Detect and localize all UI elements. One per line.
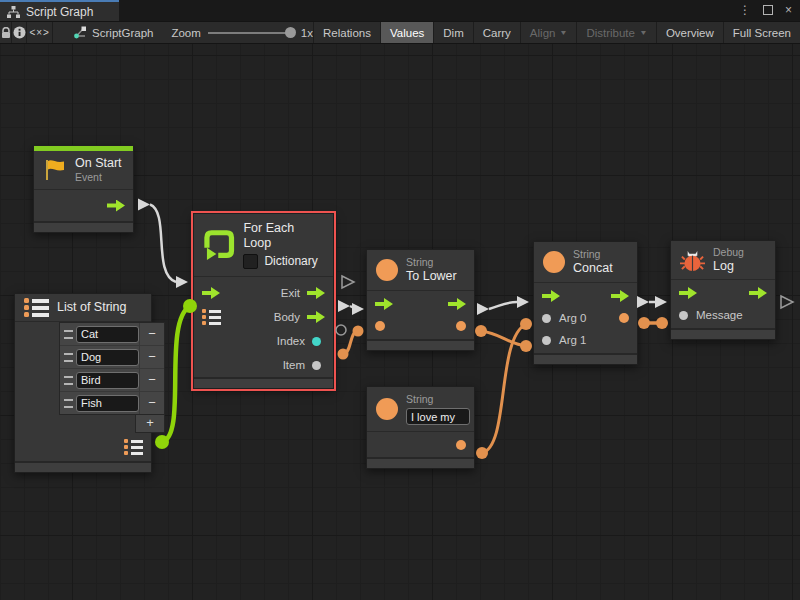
arg1-in-port[interactable]	[542, 336, 551, 345]
node-debug-log[interactable]: Debug Log Message	[670, 240, 776, 340]
port-label-body: Body	[274, 311, 300, 323]
wire-body-to-tolower[interactable]	[338, 300, 364, 315]
dropdown-arrow-icon: ▼	[639, 29, 647, 36]
code-view-button[interactable]: <×>	[27, 22, 53, 43]
window-menu-icon[interactable]: ⋮	[739, 2, 751, 18]
log-flow-out-unconnected-port[interactable]	[781, 296, 793, 308]
dictionary-checkbox[interactable]	[243, 254, 258, 269]
remove-item-button[interactable]: −	[139, 369, 164, 391]
graph-asset-breadcrumb[interactable]: ScriptGraph	[73, 22, 153, 43]
port-label-exit: Exit	[281, 287, 300, 299]
node-to-lower[interactable]: String To Lower	[366, 249, 475, 351]
node-on-start[interactable]: On Start Event	[33, 145, 134, 233]
drag-handle-icon[interactable]	[60, 353, 76, 362]
lock-icon	[1, 27, 11, 39]
info-icon	[13, 26, 26, 39]
graph-hierarchy-icon	[7, 6, 20, 18]
string-type-icon	[543, 251, 565, 273]
list-item-input[interactable]	[76, 395, 139, 412]
overview-button[interactable]: Overview	[656, 22, 723, 43]
node-footer	[194, 377, 333, 388]
loop-icon	[203, 228, 235, 262]
flow-out-port[interactable]	[107, 200, 125, 212]
inspect-button[interactable]	[12, 22, 27, 43]
index-out-port[interactable]	[312, 337, 321, 346]
remove-item-button[interactable]: −	[139, 323, 164, 345]
result-out-port[interactable]	[456, 321, 466, 331]
drag-handle-icon[interactable]	[60, 376, 76, 385]
remove-item-button[interactable]: −	[139, 346, 164, 368]
node-string-literal[interactable]: String	[366, 386, 475, 469]
collection-in-port[interactable]	[202, 309, 221, 325]
maximize-icon[interactable]	[763, 5, 773, 15]
flow-in-port[interactable]	[679, 287, 697, 299]
lock-button[interactable]	[0, 22, 12, 43]
zoom-slider[interactable]	[208, 32, 294, 34]
add-item-button[interactable]: +	[135, 415, 165, 433]
index-unconnected-port[interactable]	[336, 325, 346, 335]
string-value-input[interactable]	[406, 408, 470, 425]
align-button[interactable]: Align ▼	[520, 22, 577, 43]
list-item-input[interactable]	[76, 372, 139, 389]
relations-button[interactable]: Relations	[313, 22, 380, 43]
remove-item-button[interactable]: −	[139, 392, 164, 414]
value-out-port[interactable]	[456, 440, 466, 450]
result-out-port[interactable]	[619, 313, 629, 323]
distribute-button[interactable]: Distribute ▼	[576, 22, 656, 43]
node-concat[interactable]: String Concat Arg 0 Arg 1	[533, 241, 638, 365]
flow-out-port[interactable]	[611, 290, 629, 302]
node-footer	[15, 461, 151, 472]
exit-unconnected-port[interactable]	[342, 276, 354, 288]
node-list-of-string[interactable]: List of String − − − −	[14, 293, 152, 473]
list-output-port[interactable]	[124, 439, 143, 455]
dim-button[interactable]: Dim	[433, 22, 472, 43]
close-icon[interactable]: ×	[785, 2, 792, 18]
port-label-message: Message	[696, 309, 743, 321]
carry-label: Carry	[483, 27, 511, 39]
string-in-port[interactable]	[375, 321, 385, 331]
node-title: List of String	[57, 300, 126, 315]
list-item-row: −	[60, 369, 164, 392]
list-icon	[24, 298, 49, 317]
flow-out-port[interactable]	[448, 298, 466, 310]
script-graph-asset-icon	[73, 26, 87, 39]
flow-out-port[interactable]	[749, 287, 767, 299]
unity-script-graph-window: { "window": { "tab_title": "Script Graph…	[0, 0, 800, 600]
list-item-input[interactable]	[76, 326, 139, 343]
flow-in-port[interactable]	[202, 287, 220, 299]
list-editor: − − − −	[59, 322, 165, 415]
drag-handle-icon[interactable]	[60, 399, 76, 408]
flow-in-port[interactable]	[375, 298, 393, 310]
string-type-icon	[376, 259, 398, 281]
drag-handle-icon[interactable]	[60, 330, 76, 339]
item-out-port[interactable]	[312, 361, 321, 370]
body-flow-out-port[interactable]	[307, 311, 325, 323]
tab-script-graph[interactable]: Script Graph	[0, 0, 119, 21]
node-title: For Each Loop	[243, 221, 324, 251]
wire-item-to-tolower[interactable]	[338, 326, 364, 360]
exit-flow-out-port[interactable]	[307, 287, 325, 299]
dictionary-checkbox-label: Dictionary	[264, 254, 317, 269]
dim-label: Dim	[443, 27, 463, 39]
arg0-in-port[interactable]	[542, 314, 551, 323]
wire-concat-to-message[interactable]	[638, 317, 668, 329]
list-item-row: −	[60, 323, 164, 346]
carry-button[interactable]: Carry	[473, 22, 520, 43]
wire-onstart-to-foreach[interactable]	[138, 199, 188, 289]
relations-label: Relations	[323, 27, 371, 39]
node-title: Log	[713, 259, 744, 274]
zoom-slider-knob[interactable]	[285, 27, 296, 38]
wire-concat-to-log-flow[interactable]	[637, 296, 667, 308]
values-button[interactable]: Values	[380, 22, 433, 43]
fullscreen-label: Full Screen	[733, 27, 791, 39]
graph-canvas[interactable]: On Start Event List of String −	[0, 44, 800, 600]
list-item-row: −	[60, 392, 164, 414]
list-item-input[interactable]	[76, 349, 139, 366]
flow-in-port[interactable]	[542, 290, 560, 302]
node-for-each-loop[interactable]: For Each Loop Dictionary Exit	[193, 213, 334, 389]
fullscreen-button[interactable]: Full Screen	[723, 22, 800, 43]
message-in-port[interactable]	[679, 311, 688, 320]
graph-toolbar: <×> ScriptGraph Zoom 1x Relations Values…	[0, 21, 800, 44]
port-label-arg1: Arg 1	[559, 334, 587, 346]
wire-tolower-to-concat-flow[interactable]	[477, 296, 529, 315]
